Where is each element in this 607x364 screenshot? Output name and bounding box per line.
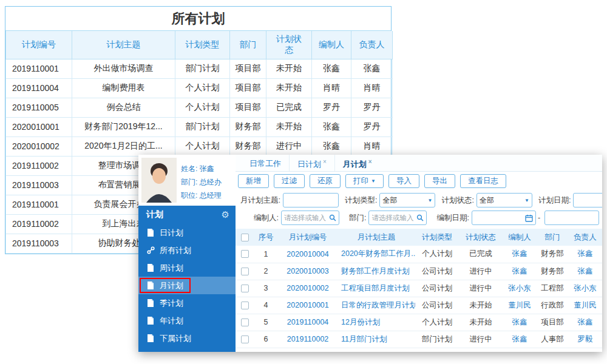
subject-input[interactable] xyxy=(286,197,336,204)
calendar-icon[interactable] xyxy=(525,214,533,222)
select-all-checkbox[interactable] xyxy=(241,234,249,241)
sidebar-item-weekly-plan[interactable]: 周计划 xyxy=(138,259,236,277)
table-row[interactable]: 2019110004编制费用表个人计划项目部未开始肖晴肖晴 xyxy=(6,78,393,98)
person-link[interactable]: 董川民 xyxy=(503,297,537,314)
person-link[interactable]: 张鑫 xyxy=(503,314,537,331)
reset-button[interactable]: 还原 xyxy=(310,174,341,188)
plan-number-link[interactable]: 2020010003 xyxy=(278,263,337,280)
cell: 2019110002 xyxy=(6,156,72,175)
button-label: 打印 xyxy=(353,176,368,186)
sidebar-item-yearly-plan[interactable]: 年计划 xyxy=(138,312,236,329)
table-row[interactable]: 2019110005例会总结个人计划项目部已完成罗丹罗丹 xyxy=(6,98,393,117)
tab-日常工作[interactable]: 日常工作 xyxy=(242,155,289,171)
column-header: 计划类型 xyxy=(415,229,459,246)
print-button[interactable]: 打印▼ xyxy=(345,174,384,188)
row-checkbox[interactable] xyxy=(241,285,249,292)
document-icon xyxy=(147,334,155,342)
document-icon xyxy=(147,317,155,325)
sidebar-item-monthly-plan[interactable]: 月计划 xyxy=(138,277,236,294)
person-link[interactable]: 张小东 xyxy=(503,280,537,297)
row-checkbox[interactable] xyxy=(241,268,249,275)
filter-button[interactable]: 过滤 xyxy=(274,174,305,188)
row-checkbox[interactable] xyxy=(241,250,249,258)
compile-date-start-field[interactable] xyxy=(475,214,523,221)
row-checkbox[interactable] xyxy=(241,302,249,309)
plan-number-link[interactable]: 2020010002 xyxy=(278,280,337,297)
type-select[interactable]: 全部 ▼ xyxy=(379,193,435,207)
dept-field[interactable] xyxy=(371,214,415,221)
close-icon[interactable]: × xyxy=(323,158,327,165)
plan-number-link[interactable]: 2019110002 xyxy=(278,331,337,348)
plan-subject-link[interactable]: 财务部工作月度计划 xyxy=(337,263,415,280)
compiler-filter-label: 编制人: xyxy=(254,213,279,223)
row-checkbox[interactable] xyxy=(241,318,249,326)
tab-日计划[interactable]: 日计划× xyxy=(289,155,334,171)
cell: 项目部 xyxy=(537,314,568,331)
person-link[interactable]: 张鑫 xyxy=(503,331,537,348)
person-link[interactable]: 张鑫 xyxy=(503,263,537,280)
search-icon[interactable] xyxy=(329,214,336,221)
plan-subject-link[interactable]: 11月部门计划 xyxy=(337,331,415,348)
row-checkbox[interactable] xyxy=(241,335,249,343)
cell: 进行中 xyxy=(266,136,312,156)
plan-number-link[interactable]: 2020010001 xyxy=(278,297,337,314)
person-link[interactable]: 张鑫 xyxy=(568,246,602,263)
type-select-value: 全部 xyxy=(382,195,397,206)
table-row[interactable]: 22020010003财务部工作月度计划公司计划进行中张鑫财务部张鑫 xyxy=(236,263,602,280)
import-button[interactable]: 导入 xyxy=(388,174,419,188)
sidebar-item-all-plans[interactable]: 所有计划 xyxy=(138,241,236,259)
add-button[interactable]: 新增 xyxy=(238,174,269,188)
plan-subject-link[interactable]: 2020年财务部工作月... xyxy=(337,246,415,263)
sidebar-item-quarterly-plan[interactable]: 季计划 xyxy=(138,294,236,312)
cell: 未开始 xyxy=(266,59,312,78)
plan-date-field[interactable] xyxy=(576,197,602,204)
compiler-field[interactable] xyxy=(284,214,327,221)
compiler-search-input[interactable] xyxy=(281,211,339,225)
dept-search-input[interactable] xyxy=(368,211,427,225)
subject-filter-input[interactable] xyxy=(283,193,339,207)
document-icon xyxy=(147,281,155,289)
status-select[interactable]: 全部 ▼ xyxy=(476,193,532,207)
table-row[interactable]: 6201911000211月部门计划部门计划进行中张鑫人事部罗毅 xyxy=(236,331,602,348)
tab-月计划[interactable]: 月计划× xyxy=(334,155,380,171)
plan-subject-link[interactable]: 日常的行政管理月计划 xyxy=(337,297,415,314)
plan-date-input[interactable] xyxy=(573,193,602,207)
cell: 2019110003 xyxy=(6,175,72,195)
table-row[interactable]: 20200100022020年1月2日的工...个人计划财务部进行中张鑫肖晴 xyxy=(6,136,393,156)
profile-name: 姓名: 张鑫 xyxy=(181,162,222,175)
export-button[interactable]: 导出 xyxy=(424,174,455,188)
cell: 财务部 xyxy=(230,136,266,156)
sidebar-item-daily-plan[interactable]: 日计划 xyxy=(138,224,236,241)
sidebar-item-subordinate-plan[interactable]: 下属计划 xyxy=(138,329,236,347)
compile-date-end-input[interactable] xyxy=(544,211,599,225)
search-icon[interactable] xyxy=(416,214,424,221)
cell: 罗丹 xyxy=(312,98,351,117)
sidebar: 计划 ⚙ 日计划所有计划周计划月计划季计划年计划下属计划 xyxy=(138,206,236,352)
table-row[interactable]: 5201911000412月份计划个人计划未开始张鑫项目部张鑫 xyxy=(236,314,602,331)
gear-icon[interactable]: ⚙ xyxy=(222,209,229,220)
person-link[interactable]: 罗毅 xyxy=(568,331,602,348)
table-row[interactable]: 2019110001外出做市场调查部门计划项目部未开始张鑫张鑫 xyxy=(6,59,393,78)
plan-subject-link[interactable]: 工程项目部月度计划 xyxy=(337,280,415,297)
table-row[interactable]: 120200100042020年财务部工作月...个人计划已完成张鑫财务部张鑫 xyxy=(236,246,602,263)
person-link[interactable]: 董川民 xyxy=(568,297,602,314)
plan-number-link[interactable]: 2019110004 xyxy=(278,314,337,331)
button-label: 还原 xyxy=(317,176,333,186)
sidebar-header: 计划 ⚙ xyxy=(138,206,236,224)
close-icon[interactable]: × xyxy=(368,158,372,165)
person-link[interactable]: 张小东 xyxy=(568,280,602,297)
column-header: 计划主题 xyxy=(72,31,175,59)
compile-date-start-input[interactable] xyxy=(472,211,536,225)
person-link[interactable]: 张鑫 xyxy=(503,246,537,263)
date-range-separator: - xyxy=(538,214,540,222)
checkbox-cell xyxy=(236,314,254,331)
person-link[interactable]: 张鑫 xyxy=(568,314,602,331)
table-row[interactable]: 42020010001日常的行政管理月计划公司计划未开始董川民行政部董川民 xyxy=(236,297,602,314)
plan-number-link[interactable]: 2020010004 xyxy=(278,246,337,263)
view-log-button[interactable]: 查看日志 xyxy=(460,174,506,188)
table-row[interactable]: 32020010002工程项目部月度计划公司计划进行中张小东工程部张小东 xyxy=(236,280,602,297)
plan-subject-link[interactable]: 12月份计划 xyxy=(337,314,415,331)
table-row[interactable]: 2020010001财务部门2019年12...部门计划财务部未开始张鑫罗丹 xyxy=(6,117,393,136)
person-link[interactable]: 张鑫 xyxy=(568,263,602,280)
compile-date-end-field[interactable] xyxy=(548,214,596,221)
